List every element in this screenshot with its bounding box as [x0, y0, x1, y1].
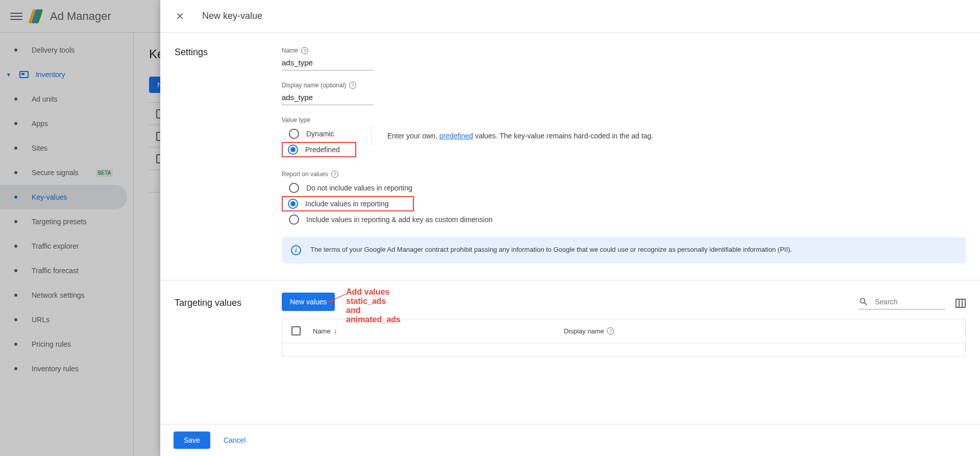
- beta-badge: BETA: [96, 169, 113, 177]
- sidebar-item-label: Apps: [32, 119, 48, 128]
- radio-icon[interactable]: [288, 199, 298, 209]
- help-icon[interactable]: ?: [301, 47, 308, 54]
- column-header-display-name[interactable]: Display name?: [564, 327, 615, 335]
- inventory-icon: [19, 71, 29, 78]
- sidebar-item-label: Sites: [32, 144, 47, 152]
- search-input[interactable]: [875, 298, 936, 306]
- info-text: The terms of your Google Ad Manager cont…: [310, 245, 792, 254]
- sidebar-item-targeting-presets[interactable]: Targeting presets: [0, 209, 127, 234]
- sidebar-item-pricing-rules[interactable]: Pricing rules: [0, 332, 127, 356]
- display-name-field-label: Display name (optional)?: [282, 82, 966, 89]
- radio-option-predefined[interactable]: Predefined: [288, 145, 340, 155]
- sidebar-item-apps[interactable]: Apps: [0, 111, 127, 136]
- radio-icon[interactable]: [289, 129, 299, 139]
- pii-info-banner: i The terms of your Google Ad Manager co…: [282, 237, 966, 263]
- column-header-name[interactable]: Name↓: [313, 327, 337, 335]
- app-title: Ad Manager: [50, 10, 111, 23]
- sort-down-icon: ↓: [334, 327, 337, 335]
- sidebar-item-traffic-forecast[interactable]: Traffic forecast: [0, 258, 127, 283]
- radio-icon[interactable]: [288, 145, 298, 155]
- name-input[interactable]: [282, 56, 374, 70]
- select-all-checkbox[interactable]: [291, 326, 301, 335]
- radio-label: Dynamic: [306, 130, 334, 138]
- highlight-include-reporting: Include values in reporting: [282, 196, 414, 211]
- radio-icon[interactable]: [289, 183, 299, 193]
- section-divider: [160, 280, 980, 280]
- help-icon[interactable]: ?: [607, 327, 614, 334]
- sidebar-item-traffic-explorer[interactable]: Traffic explorer: [0, 234, 127, 258]
- new-key-value-panel: ✕ New key-value Settings Name? Display n…: [160, 0, 980, 456]
- radio-icon[interactable]: [289, 214, 299, 225]
- sidebar-item-label: Traffic explorer: [32, 242, 79, 250]
- sidebar-item-label: Delivery tools: [32, 46, 75, 54]
- values-table-body-empty: [282, 343, 966, 356]
- report-values-label: Report on values?: [282, 171, 966, 178]
- radio-label: Include values in reporting: [305, 200, 388, 208]
- radio-option-dynamic[interactable]: Dynamic: [282, 126, 356, 142]
- sidebar-item-label: Network settings: [32, 291, 84, 299]
- predefined-link[interactable]: predefined: [439, 132, 473, 140]
- search-icon: [859, 297, 869, 307]
- info-icon: i: [291, 245, 301, 255]
- sidebar-item-inventory-rules[interactable]: Inventory rules: [0, 356, 127, 381]
- radio-label: Include values in reporting & add key as…: [306, 215, 493, 224]
- targeting-values-label: Targeting values: [175, 298, 266, 308]
- sidebar-item-inventory[interactable]: ▼Inventory: [0, 62, 127, 87]
- help-icon[interactable]: ?: [349, 82, 356, 89]
- sidebar-item-label: Ad units: [32, 95, 58, 103]
- value-type-description: Enter your own, predefined values. The k…: [372, 126, 653, 146]
- search-field[interactable]: [859, 297, 945, 309]
- display-name-input[interactable]: [282, 91, 374, 105]
- close-icon[interactable]: ✕: [174, 10, 186, 22]
- app-logo: [32, 9, 41, 23]
- radio-option-exclude-reporting[interactable]: Do not include values in reporting: [282, 180, 966, 196]
- save-button[interactable]: Save: [174, 431, 210, 449]
- sidebar-item-label: Key-values: [32, 193, 67, 201]
- sidebar-item-label: Secure signals: [32, 169, 79, 177]
- menu-icon[interactable]: [10, 10, 22, 22]
- settings-section-label: Settings: [175, 47, 266, 263]
- panel-header: ✕ New key-value: [160, 0, 980, 33]
- radio-label: Predefined: [305, 146, 340, 154]
- caret-down-icon: ▼: [6, 72, 11, 78]
- name-field-label: Name?: [282, 47, 966, 54]
- cancel-button[interactable]: Cancel: [219, 431, 250, 449]
- sidebar-item-label: URLs: [32, 316, 50, 324]
- help-icon[interactable]: ?: [331, 171, 338, 178]
- sidebar-item-label: Inventory rules: [32, 365, 79, 373]
- columns-icon[interactable]: [955, 299, 966, 308]
- sidebar: Delivery tools ▼Inventory Ad units Apps …: [0, 33, 134, 456]
- panel-footer: Save Cancel: [160, 424, 980, 456]
- panel-body: Settings Name? Display name (optional)? …: [160, 33, 980, 424]
- radio-option-include-reporting[interactable]: Include values in reporting: [288, 199, 388, 209]
- sidebar-item-key-values[interactable]: Key-values: [0, 185, 127, 209]
- values-table-header: Name↓ Display name?: [282, 319, 966, 343]
- sidebar-item-network-settings[interactable]: Network settings: [0, 283, 127, 307]
- highlight-predefined: Predefined: [282, 142, 356, 157]
- sidebar-item-urls[interactable]: URLs: [0, 307, 127, 332]
- radio-label: Do not include values in reporting: [306, 184, 412, 192]
- sidebar-item-label: Traffic forecast: [32, 267, 79, 275]
- radio-option-custom-dimension[interactable]: Include values in reporting & add key as…: [282, 211, 966, 228]
- sidebar-item-label: Targeting presets: [32, 218, 86, 226]
- sidebar-item-label: Pricing rules: [32, 340, 71, 348]
- sidebar-item-sites[interactable]: Sites: [0, 136, 127, 160]
- new-values-button[interactable]: New values: [282, 293, 335, 311]
- sidebar-item-ad-units[interactable]: Ad units: [0, 87, 127, 111]
- value-type-label: Value type: [282, 116, 966, 124]
- sidebar-item-label: Inventory: [36, 70, 65, 79]
- sidebar-item-delivery-tools[interactable]: Delivery tools: [0, 38, 127, 62]
- panel-title: New key-value: [202, 11, 262, 21]
- sidebar-item-secure-signals[interactable]: Secure signalsBETA: [0, 160, 127, 185]
